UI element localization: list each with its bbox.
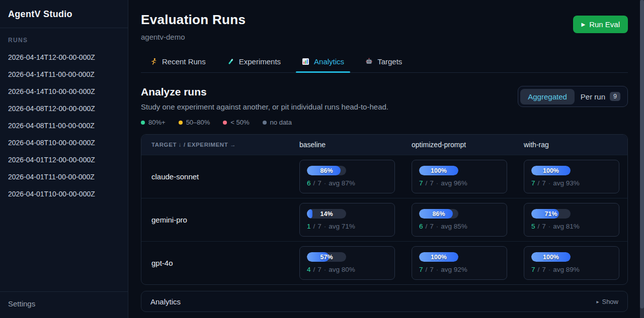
score-pill: 86% bbox=[419, 209, 458, 219]
fraction-slash: / bbox=[538, 179, 540, 187]
dot-separator: · bbox=[436, 266, 439, 273]
score-pill: 100% bbox=[419, 252, 458, 262]
sidebar-run-item[interactable]: 2026-04-14T11-00-00-000Z bbox=[0, 66, 128, 83]
score-pill: 100% bbox=[531, 166, 571, 175]
per-run-label: Per run bbox=[581, 92, 605, 101]
sidebar: AgentV Studio RUNS 2026-04-14T12-00-00-0… bbox=[0, 0, 128, 318]
score-percent: 71% bbox=[531, 209, 571, 219]
sidebar-run-item[interactable]: 2026-04-01T10-00-00-000Z bbox=[0, 185, 128, 202]
scrollbar-thumb[interactable] bbox=[640, 0, 644, 308]
avg-score: avg 71% bbox=[329, 223, 355, 230]
fraction-slash: / bbox=[426, 223, 428, 230]
fraction-slash: / bbox=[313, 266, 315, 273]
avg-score: avg 92% bbox=[441, 266, 467, 273]
scrollbar[interactable] bbox=[640, 0, 644, 318]
app-title: AgentV Studio bbox=[8, 9, 120, 20]
tab-analytics[interactable]: Analytics bbox=[301, 53, 345, 72]
tab-recent-runs[interactable]: Recent Runs bbox=[149, 53, 207, 72]
matrix-cell: 100%7/7·avg 89% bbox=[524, 246, 627, 280]
score-pill: 14% bbox=[307, 209, 346, 219]
legend-item: 50–80% bbox=[179, 119, 210, 126]
sidebar-run-item[interactable]: 2026-04-01T12-00-00-000Z bbox=[0, 151, 128, 168]
analytics-panel-toggle[interactable]: Analytics ▸ Show bbox=[141, 291, 628, 312]
score-stats: 6/7·avg 87% bbox=[307, 179, 387, 187]
legend-dot-icon bbox=[223, 121, 227, 125]
legend-item: no data bbox=[263, 119, 292, 126]
pass-count: 6 bbox=[419, 223, 423, 230]
total-count: 7 bbox=[430, 223, 434, 230]
legend-label: 80%+ bbox=[148, 119, 166, 126]
sidebar-run-item[interactable]: 2026-04-01T11-00-00-000Z bbox=[0, 168, 128, 185]
dot-separator: · bbox=[548, 223, 551, 230]
dot-separator: · bbox=[548, 266, 551, 273]
sidebar-run-item[interactable]: 2026-04-08T10-00-00-000Z bbox=[0, 134, 128, 151]
matrix-cell: 100%7/7·avg 96% bbox=[412, 160, 524, 193]
score-card[interactable]: 100%7/7·avg 89% bbox=[524, 246, 619, 280]
matrix-cell: 57%4/7·avg 80% bbox=[299, 246, 412, 280]
fraction-slash: / bbox=[313, 223, 315, 230]
total-count: 7 bbox=[317, 223, 321, 230]
total-count: 7 bbox=[542, 266, 546, 273]
score-card[interactable]: 100%7/7·avg 92% bbox=[412, 246, 507, 280]
caret-right-icon: ▸ bbox=[596, 299, 599, 304]
analyze-title: Analyze runs bbox=[141, 86, 388, 98]
score-pill: 86% bbox=[307, 166, 346, 175]
toggle-per-run[interactable]: Per run 9 bbox=[575, 88, 625, 104]
tab-label: Analytics bbox=[314, 57, 344, 66]
pass-count: 6 bbox=[307, 179, 311, 187]
sidebar-item-settings[interactable]: Settings bbox=[0, 291, 128, 318]
score-pill: 57% bbox=[307, 252, 346, 262]
analytics-panel-title: Analytics bbox=[150, 297, 181, 306]
runs-section-label: RUNS bbox=[0, 28, 128, 46]
score-card[interactable]: 100%7/7·avg 96% bbox=[412, 160, 507, 193]
score-percent: 100% bbox=[531, 252, 571, 262]
score-stats: 6/7·avg 85% bbox=[419, 223, 500, 230]
sidebar-run-item[interactable]: 2026-04-08T12-00-00-000Z bbox=[0, 100, 128, 117]
sidebar-run-item[interactable]: 2026-04-14T10-00-00-000Z bbox=[0, 83, 128, 100]
pass-count: 5 bbox=[531, 223, 535, 230]
dot-separator: · bbox=[324, 179, 327, 187]
pass-count: 7 bbox=[531, 266, 535, 273]
tab-label: Experiments bbox=[239, 57, 281, 66]
score-card[interactable]: 86%6/7·avg 87% bbox=[299, 160, 395, 193]
dot-separator: · bbox=[324, 223, 327, 230]
show-button[interactable]: ▸ Show bbox=[596, 298, 618, 305]
legend-dot-icon bbox=[179, 121, 183, 125]
experiment-column-header: baseline bbox=[299, 141, 412, 149]
runs-list: 2026-04-14T12-00-00-000Z2026-04-14T11-00… bbox=[0, 46, 128, 291]
score-percent: 86% bbox=[419, 209, 458, 219]
analyze-description: Study one experiment against another, or… bbox=[141, 102, 388, 111]
pass-count: 4 bbox=[307, 266, 311, 273]
pass-count: 7 bbox=[419, 266, 423, 273]
score-card[interactable]: 71%5/7·avg 81% bbox=[524, 203, 619, 237]
score-stats: 5/7·avg 81% bbox=[531, 223, 612, 230]
run-eval-label: Run Eval bbox=[589, 20, 620, 29]
results-matrix: TARGET ↓ / EXPERIMENT → baselineoptimize… bbox=[141, 134, 628, 285]
legend-dot-icon bbox=[141, 121, 145, 125]
toggle-aggregated[interactable]: Aggregated bbox=[520, 89, 575, 104]
score-card[interactable]: 14%1/7·avg 71% bbox=[299, 203, 395, 237]
avg-score: avg 89% bbox=[553, 266, 580, 273]
score-card[interactable]: 86%6/7·avg 85% bbox=[412, 203, 507, 237]
sidebar-run-item[interactable]: 2026-04-08T11-00-00-000Z bbox=[0, 117, 128, 134]
table-row: gpt-4o57%4/7·avg 80%100%7/7·avg 92%100%7… bbox=[141, 241, 627, 284]
matrix-cell: 86%6/7·avg 87% bbox=[299, 160, 412, 193]
view-mode-toggle: Aggregated Per run 9 bbox=[518, 86, 628, 107]
main-content: Evaluation Runs agentv-demo ▶ Run Eval R… bbox=[129, 0, 640, 318]
tab-targets[interactable]: Targets bbox=[364, 53, 403, 72]
avg-score: avg 80% bbox=[329, 266, 355, 273]
sidebar-run-item[interactable]: 2026-04-14T12-00-00-000Z bbox=[0, 49, 128, 66]
avg-score: avg 87% bbox=[329, 179, 355, 187]
tab-experiments[interactable]: Experiments bbox=[226, 53, 282, 72]
score-card[interactable]: 57%4/7·avg 80% bbox=[299, 246, 395, 280]
pass-count: 1 bbox=[307, 223, 311, 230]
run-eval-button[interactable]: ▶ Run Eval bbox=[573, 16, 628, 33]
legend-label: 50–80% bbox=[186, 119, 210, 126]
matrix-corner-label: TARGET ↓ / EXPERIMENT → bbox=[141, 142, 299, 148]
legend-item: 80%+ bbox=[141, 119, 166, 126]
score-pill: 100% bbox=[531, 252, 571, 262]
page-title: Evaluation Runs bbox=[141, 12, 246, 28]
target-label: gpt-4o bbox=[141, 259, 299, 267]
score-percent: 100% bbox=[531, 166, 571, 175]
score-card[interactable]: 100%7/7·avg 93% bbox=[524, 160, 619, 193]
